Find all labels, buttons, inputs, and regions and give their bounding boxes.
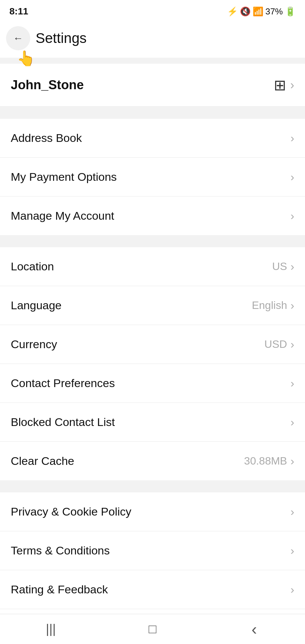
back-nav-button[interactable]: ‹: [241, 616, 268, 643]
location-value: US: [272, 260, 287, 273]
menu-item-manage-my-account[interactable]: Manage My Account ›: [0, 197, 305, 235]
blocked-contact-list-chevron: ›: [291, 416, 294, 429]
status-time: 8:11: [9, 6, 28, 17]
address-book-label: Address Book: [11, 131, 82, 145]
privacy-cookie-policy-label: Privacy & Cookie Policy: [11, 505, 131, 518]
menu-item-my-payment-options[interactable]: My Payment Options ›: [0, 158, 305, 197]
location-chevron: ›: [291, 260, 294, 273]
user-name: John_Stone: [11, 78, 84, 92]
section-gap-3: [0, 486, 305, 492]
recent-apps-icon: |||: [46, 622, 56, 636]
manage-my-account-chevron: ›: [291, 209, 294, 222]
menu-item-blocked-contact-list[interactable]: Blocked Contact List ›: [0, 403, 305, 442]
rating-feedback-chevron: ›: [291, 583, 294, 596]
account-section: Address Book › My Payment Options › Mana…: [0, 119, 305, 235]
section-gap-top: [0, 58, 305, 64]
language-chevron: ›: [291, 299, 294, 312]
user-row-right: ⊞ ›: [274, 76, 294, 94]
battery-percent: 37%: [265, 6, 283, 17]
currency-right: USD ›: [264, 338, 294, 351]
user-chevron: ›: [290, 78, 294, 92]
home-icon: □: [149, 622, 157, 636]
mute-icon: 🔇: [240, 6, 251, 17]
currency-label: Currency: [11, 338, 57, 351]
menu-item-clear-cache[interactable]: Clear Cache 30.88MB ›: [0, 442, 305, 480]
home-button[interactable]: □: [139, 616, 166, 643]
clear-cache-label: Clear Cache: [11, 454, 74, 468]
currency-value: USD: [264, 338, 287, 351]
page-title: Settings: [36, 30, 87, 46]
section-gap-1: [0, 113, 305, 119]
menu-item-terms-conditions[interactable]: Terms & Conditions ›: [0, 531, 305, 570]
language-value: English: [252, 299, 287, 312]
menu-item-rating-feedback[interactable]: Rating & Feedback ›: [0, 570, 305, 609]
my-payment-options-right: ›: [291, 170, 294, 183]
contact-preferences-right: ›: [291, 377, 294, 390]
back-nav-icon: ‹: [252, 620, 257, 638]
manage-my-account-right: ›: [291, 209, 294, 222]
location-right: US ›: [272, 260, 294, 273]
clear-cache-value: 30.88MB: [244, 455, 287, 467]
menu-item-currency[interactable]: Currency USD ›: [0, 325, 305, 364]
contact-preferences-label: Contact Preferences: [11, 377, 115, 390]
menu-item-privacy-cookie-policy[interactable]: Privacy & Cookie Policy ›: [0, 492, 305, 531]
location-label: Location: [11, 260, 54, 273]
privacy-cookie-policy-right: ›: [291, 505, 294, 518]
header: ← Settings: [0, 20, 305, 58]
rating-feedback-label: Rating & Feedback: [11, 583, 108, 596]
menu-item-contact-preferences[interactable]: Contact Preferences ›: [0, 364, 305, 403]
battery-icon: 🔋: [285, 6, 296, 17]
user-row[interactable]: John_Stone ⊞ ›: [0, 64, 305, 107]
address-book-right: ›: [291, 131, 294, 145]
blocked-contact-list-right: ›: [291, 416, 294, 429]
rating-feedback-right: ›: [291, 583, 294, 596]
my-payment-options-label: My Payment Options: [11, 170, 117, 183]
clear-cache-chevron: ›: [291, 454, 294, 468]
menu-item-address-book[interactable]: Address Book ›: [0, 119, 305, 158]
wifi-icon: 📶: [253, 6, 263, 17]
terms-conditions-right: ›: [291, 544, 294, 557]
language-right: English ›: [252, 299, 294, 312]
back-icon: ←: [13, 33, 23, 44]
terms-conditions-chevron: ›: [291, 544, 294, 557]
menu-item-language[interactable]: Language English ›: [0, 286, 305, 325]
blocked-contact-list-label: Blocked Contact List: [11, 416, 115, 429]
section-gap-2: [0, 241, 305, 247]
qr-icon: ⊞: [274, 76, 286, 94]
contact-preferences-chevron: ›: [291, 377, 294, 390]
status-icons: ⚡ 🔇 📶 37% 🔋: [227, 6, 296, 17]
clear-cache-right: 30.88MB ›: [244, 454, 294, 468]
terms-conditions-label: Terms & Conditions: [11, 544, 110, 557]
menu-item-location[interactable]: Location US ›: [0, 247, 305, 286]
currency-chevron: ›: [291, 338, 294, 351]
bottom-nav: ||| □ ‹: [0, 614, 305, 644]
back-button[interactable]: ←: [6, 26, 30, 50]
manage-my-account-label: Manage My Account: [11, 209, 114, 222]
bluetooth-icon: ⚡: [227, 6, 238, 17]
language-label: Language: [11, 299, 61, 312]
address-book-chevron: ›: [291, 131, 294, 145]
privacy-cookie-policy-chevron: ›: [291, 505, 294, 518]
recent-apps-button[interactable]: |||: [37, 616, 64, 643]
my-payment-options-chevron: ›: [291, 170, 294, 183]
user-section: John_Stone ⊞ ›: [0, 64, 305, 107]
preferences-section: Location US › Language English › Currenc…: [0, 247, 305, 480]
status-bar: 8:11 ⚡ 🔇 📶 37% 🔋: [0, 0, 305, 20]
